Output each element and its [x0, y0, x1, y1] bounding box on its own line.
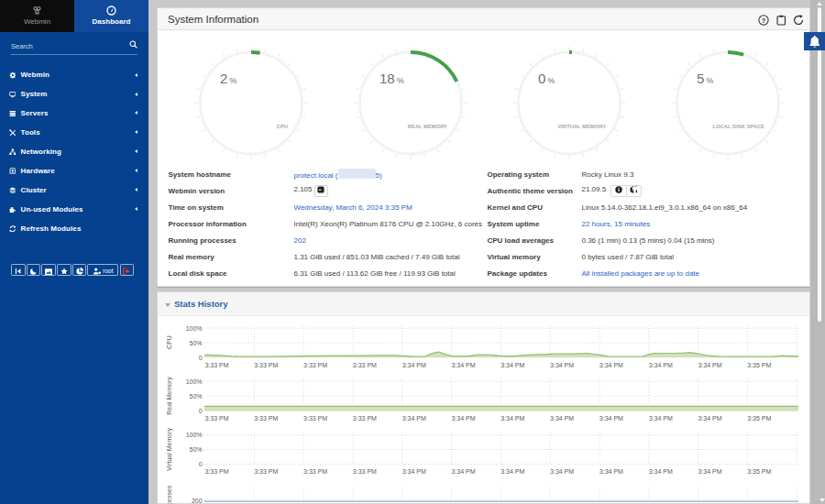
svg-text:50%: 50% — [190, 446, 203, 453]
svg-text:100%: 100% — [186, 378, 203, 385]
svg-text:3:34 PM: 3:34 PM — [550, 415, 574, 422]
svg-text:3:33 PM: 3:33 PM — [204, 468, 228, 475]
svg-text:3:33 PM: 3:33 PM — [303, 468, 327, 475]
svg-text:50%: 50% — [190, 393, 203, 400]
svg-text:3:33 PM: 3:33 PM — [204, 415, 228, 422]
svg-text:Virtual Memory: Virtual Memory — [166, 428, 173, 471]
svg-text:0: 0 — [199, 408, 203, 414]
svg-text:3:34 PM: 3:34 PM — [600, 362, 623, 368]
svg-text:3:34 PM: 3:34 PM — [550, 468, 574, 475]
svg-text:3:34 PM: 3:34 PM — [451, 362, 475, 368]
svg-text:3:34 PM: 3:34 PM — [649, 468, 673, 475]
svg-text:0%: 0% — [538, 71, 555, 86]
svg-text:VIRTUAL MEMORY: VIRTUAL MEMORY — [558, 124, 607, 129]
svg-text:100%: 100% — [186, 325, 203, 332]
svg-text:5%: 5% — [697, 71, 713, 86]
svg-text:3:33 PM: 3:33 PM — [254, 468, 278, 475]
svg-text:3:34 PM: 3:34 PM — [500, 468, 524, 475]
svg-text:2%: 2% — [220, 71, 236, 86]
svg-text:3:34 PM: 3:34 PM — [500, 362, 524, 368]
svg-text:3:34 PM: 3:34 PM — [649, 362, 673, 368]
svg-text:3:34 PM: 3:34 PM — [698, 468, 721, 475]
svg-text:3:34 PM: 3:34 PM — [698, 362, 721, 368]
svg-text:3:34 PM: 3:34 PM — [402, 468, 426, 475]
svg-text:3:35 PM: 3:35 PM — [747, 362, 771, 368]
svg-text:3:34 PM: 3:34 PM — [600, 415, 623, 422]
svg-text:REAL MEMORY: REAL MEMORY — [408, 124, 447, 129]
svg-text:50%: 50% — [190, 340, 203, 346]
svg-text:CPU: CPU — [277, 124, 288, 129]
svg-text:LOCAL DISK SPACE: LOCAL DISK SPACE — [713, 124, 765, 129]
svg-text:3:34 PM: 3:34 PM — [698, 415, 721, 422]
svg-text:0: 0 — [199, 355, 203, 361]
svg-text:3:33 PM: 3:33 PM — [254, 362, 278, 368]
svg-text:3:33 PM: 3:33 PM — [204, 362, 228, 368]
svg-text:18%: 18% — [380, 71, 404, 86]
svg-text:3:33 PM: 3:33 PM — [303, 362, 327, 368]
svg-text:3:33 PM: 3:33 PM — [303, 415, 327, 422]
svg-text:3:34 PM: 3:34 PM — [451, 415, 475, 422]
svg-text:0: 0 — [199, 461, 203, 467]
svg-text:3:34 PM: 3:34 PM — [550, 362, 574, 368]
svg-text:3:34 PM: 3:34 PM — [649, 415, 673, 422]
svg-text:CPU: CPU — [166, 335, 172, 349]
svg-text:3:33 PM: 3:33 PM — [353, 468, 377, 475]
svg-text:3:33 PM: 3:33 PM — [353, 362, 377, 368]
svg-text:3:33 PM: 3:33 PM — [254, 415, 278, 422]
svg-text:3:34 PM: 3:34 PM — [402, 362, 426, 368]
svg-text:?: ? — [762, 16, 766, 25]
svg-text:100%: 100% — [186, 432, 203, 438]
svg-text:Real Memory: Real Memory — [166, 377, 173, 415]
svg-text:3:35 PM: 3:35 PM — [747, 468, 771, 475]
svg-text:3:34 PM: 3:34 PM — [451, 468, 475, 475]
svg-text:Processes: Processes — [166, 485, 172, 504]
svg-text:3:33 PM: 3:33 PM — [353, 415, 377, 422]
svg-text:3:34 PM: 3:34 PM — [500, 415, 524, 422]
svg-text:3:35 PM: 3:35 PM — [747, 415, 771, 422]
svg-text:3:34 PM: 3:34 PM — [600, 468, 623, 475]
svg-text:200: 200 — [192, 498, 203, 504]
svg-text:3:34 PM: 3:34 PM — [402, 415, 426, 422]
